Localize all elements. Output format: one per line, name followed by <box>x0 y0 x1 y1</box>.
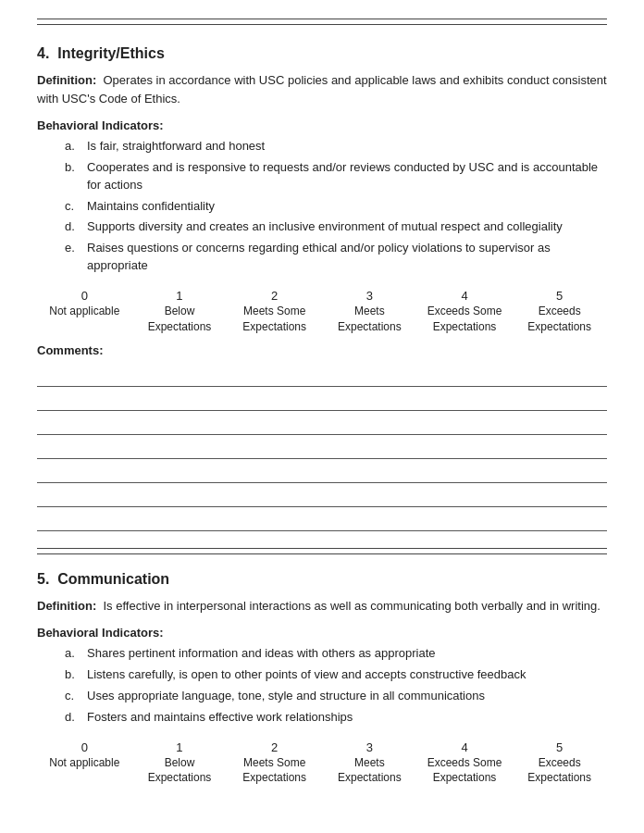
section-4-definition-label: Definition: <box>37 73 96 87</box>
list-item: a.Shares pertinent information and ideas… <box>65 645 607 663</box>
section-4: 4. Integrity/Ethics Definition: Operates… <box>37 45 607 531</box>
rating-col-5: 5 Exceeds Expectations <box>512 288 607 334</box>
comment-line[interactable] <box>37 437 607 459</box>
section-4-number: 4. <box>37 45 49 61</box>
list-item: c.Maintains confidentiality <box>65 198 607 216</box>
rating-col-0: 0 Not applicable <box>37 740 132 786</box>
rating-col-3: 3 Meets Expectations <box>322 288 417 334</box>
section5-line-2 <box>37 553 607 554</box>
section-4-title: 4. Integrity/Ethics <box>37 45 607 62</box>
section-5-definition-text: Is effective in interpersonal interactio… <box>104 599 601 613</box>
section-5-number: 5. <box>37 571 49 587</box>
comment-line[interactable] <box>37 389 607 411</box>
list-item: e.Raises questions or concerns regarding… <box>65 240 607 275</box>
page-container: 4. Integrity/Ethics Definition: Operates… <box>0 0 644 817</box>
section-4-heading: Integrity/Ethics <box>57 45 165 61</box>
section-4-behavioral-label: Behavioral Indicators: <box>37 118 607 132</box>
section-5-indicators: a.Shares pertinent information and ideas… <box>65 645 607 726</box>
comment-line[interactable] <box>37 485 607 507</box>
comment-line[interactable] <box>37 509 607 531</box>
section-5-definition-label: Definition: <box>37 599 96 613</box>
section-5-heading: Communication <box>57 571 169 587</box>
rating-col-1: 1 Below Expectations <box>132 288 228 334</box>
section-5: 5. Communication Definition: Is effectiv… <box>37 548 607 786</box>
section-5-rating-row: 0 Not applicable 1 Below Expectations 2 … <box>37 740 607 786</box>
list-item: c.Uses appropriate language, tone, style… <box>65 688 607 705</box>
list-item: b.Listens carefully, is open to other po… <box>65 666 607 684</box>
top-line-1 <box>37 19 607 19</box>
section-4-comments: Comments: <box>37 343 607 531</box>
section-5-definition: Definition: Is effective in interpersona… <box>37 597 607 615</box>
section-4-definition-text: Operates in accordance with USC policies… <box>37 73 607 106</box>
list-item: b.Cooperates and is responsive to reques… <box>65 159 607 194</box>
rating-col-0: 0 Not applicable <box>37 288 132 334</box>
rating-col-1: 1 Below Expectations <box>132 740 228 786</box>
comment-line[interactable] <box>37 461 607 483</box>
section-5-behavioral-label: Behavioral Indicators: <box>37 626 607 640</box>
comment-line[interactable] <box>37 413 607 435</box>
list-item: a.Is fair, straightforward and honest <box>65 138 607 155</box>
rating-col-3: 3 Meets Expectations <box>322 740 417 786</box>
section-5-title: 5. Communication <box>37 571 607 588</box>
list-item: d.Fosters and maintains effective work r… <box>65 709 607 727</box>
section-4-indicators: a.Is fair, straightforward and honest b.… <box>65 138 607 275</box>
list-item: d.Supports diversity and creates an incl… <box>65 218 607 236</box>
comment-line[interactable] <box>37 365 607 387</box>
rating-col-2: 2 Meets Some Expectations <box>227 740 322 786</box>
rating-col-4: 4 Exceeds Some Expectations <box>417 288 513 334</box>
top-line-2 <box>37 24 607 25</box>
section5-line-1 <box>37 548 607 549</box>
section-4-definition: Definition: Operates in accordance with … <box>37 71 607 107</box>
section-4-rating-row: 0 Not applicable 1 Below Expectations 2 … <box>37 288 607 334</box>
section-4-comments-label: Comments: <box>37 343 607 357</box>
rating-col-5: 5 Exceeds Expectations <box>512 740 607 786</box>
rating-col-2: 2 Meets Some Expectations <box>227 288 322 334</box>
rating-col-4: 4 Exceeds Some Expectations <box>417 740 513 786</box>
